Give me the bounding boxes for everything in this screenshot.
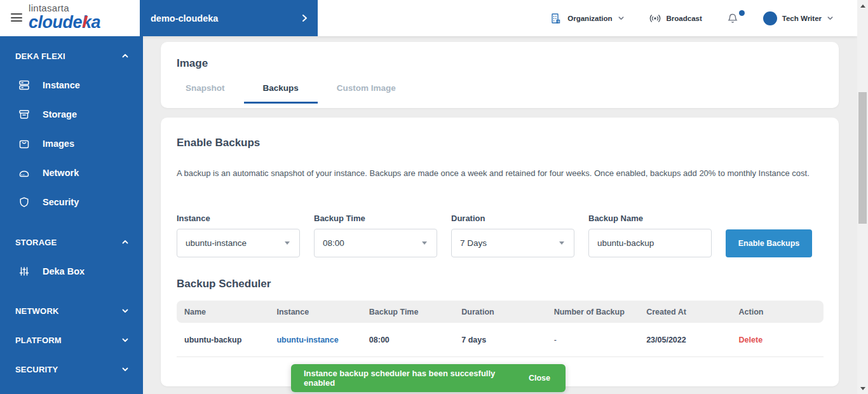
topbar-actions: Organization Broadcast xyxy=(550,0,834,36)
sidebar-item-deka-box[interactable]: Deka Box xyxy=(0,257,143,286)
duration-select[interactable]: 7 Days xyxy=(451,229,574,257)
caret-down-icon xyxy=(559,241,564,245)
chevron-down-icon xyxy=(121,307,129,315)
toast-message: Instance backup scheduler has been succe… xyxy=(304,369,529,388)
image-tabs: Snapshot Backups Custom Image xyxy=(166,83,823,104)
enable-backups-button[interactable]: Enable Backups xyxy=(726,229,812,257)
bell-icon xyxy=(726,12,739,25)
image-card: Image Snapshot Backups Custom Image xyxy=(161,42,839,108)
sidebar-section-storage[interactable]: STORAGE xyxy=(0,228,143,257)
sidebar-item-images[interactable]: Images xyxy=(0,129,143,158)
avatar xyxy=(763,11,777,25)
col-instance: Instance xyxy=(269,308,361,316)
backup-time-field: Backup Time 08:00 xyxy=(314,214,437,257)
backup-name-input[interactable] xyxy=(588,229,712,257)
toast-close-button[interactable]: Close xyxy=(529,374,550,383)
col-action: Action xyxy=(731,308,824,316)
enable-backups-title: Enable Backups xyxy=(177,137,823,149)
backup-scheduler-title: Backup Scheduler xyxy=(177,278,823,290)
shield-icon xyxy=(18,196,31,208)
chevron-down-icon xyxy=(618,15,625,22)
building-icon xyxy=(550,12,562,25)
sidebar-section-platform[interactable]: PLATFORM xyxy=(0,325,143,355)
cell-backup-time: 08:00 xyxy=(362,336,454,344)
archive-box-icon xyxy=(18,108,31,121)
instance-select[interactable]: ubuntu-instance xyxy=(177,229,300,257)
organization-label: Organization xyxy=(567,15,612,22)
col-name: Name xyxy=(177,308,269,316)
vertical-scrollbar[interactable] xyxy=(857,0,868,394)
notification-dot xyxy=(739,10,745,16)
main-content: Image Snapshot Backups Custom Image Enab… xyxy=(143,36,857,394)
backup-time-label: Backup Time xyxy=(314,214,437,223)
caret-down-icon xyxy=(422,241,427,245)
sidebar-item-network[interactable]: Network xyxy=(0,158,143,187)
page-title: Image xyxy=(177,57,823,70)
chevron-down-icon xyxy=(827,15,834,22)
duration-label: Duration xyxy=(451,214,574,223)
success-toast: Instance backup scheduler has been succe… xyxy=(291,364,566,392)
cell-duration: 7 days xyxy=(454,336,546,344)
cell-created-at: 23/05/2022 xyxy=(639,336,731,344)
cell-name: ubuntu-backup xyxy=(177,336,269,344)
backup-form: Instance ubuntu-instance Backup Time 08:… xyxy=(177,214,823,257)
brand-logo: lintasarta cloudeka xyxy=(29,3,100,31)
tab-custom-image[interactable]: Custom Image xyxy=(318,83,415,104)
broadcast-icon xyxy=(649,12,661,25)
brand-company: lintasarta xyxy=(29,3,100,13)
sidebar: DEKA FLEXI Instance Storage xyxy=(0,36,143,394)
brand-k-accent: k xyxy=(82,14,92,31)
user-name: Tech Writer xyxy=(782,15,822,22)
user-menu[interactable]: Tech Writer xyxy=(763,11,834,25)
scroll-down-arrow-icon[interactable] xyxy=(857,383,868,393)
tab-backups[interactable]: Backups xyxy=(244,83,318,104)
col-created-at: Created At xyxy=(639,308,731,316)
backup-scheduler-table: Name Instance Backup Time Duration Numbe… xyxy=(177,301,824,357)
notifications-button[interactable] xyxy=(726,12,739,25)
table-header-row: Name Instance Backup Time Duration Numbe… xyxy=(177,301,824,323)
broadcast-label: Broadcast xyxy=(667,15,702,22)
col-backup-time: Backup Time xyxy=(362,308,454,316)
backups-card: Enable Backups A backup is an automatic … xyxy=(161,118,839,386)
instance-label: Instance xyxy=(177,214,300,223)
scrollbar-thumb[interactable] xyxy=(858,92,867,224)
bag-icon xyxy=(18,137,31,150)
brand-product: cloudeka xyxy=(29,14,100,31)
col-duration: Duration xyxy=(454,308,546,316)
table-row: ubuntu-backup ubuntu-instance 08:00 7 da… xyxy=(177,323,824,357)
sliders-icon xyxy=(18,265,31,278)
router-icon xyxy=(18,166,31,179)
delete-button[interactable]: Delete xyxy=(731,336,824,344)
sidebar-item-instance[interactable]: Instance xyxy=(0,71,143,100)
backup-name-label: Backup Name xyxy=(588,214,712,223)
chevron-down-icon xyxy=(121,365,129,373)
caret-down-icon xyxy=(285,241,290,245)
organization-menu[interactable]: Organization xyxy=(550,12,624,25)
duration-field: Duration 7 Days xyxy=(451,214,574,257)
sidebar-item-storage[interactable]: Storage xyxy=(0,100,143,129)
top-bar: lintasarta cloudeka Organization xyxy=(0,0,857,36)
cell-number-of-backup: - xyxy=(546,336,639,344)
server-icon xyxy=(18,79,31,92)
project-name: demo-cloudeka xyxy=(151,13,218,24)
hamburger-menu-icon[interactable] xyxy=(11,13,22,24)
cell-instance-link[interactable]: ubuntu-instance xyxy=(269,336,361,344)
sidebar-section-deka-flexi[interactable]: DEKA FLEXI xyxy=(0,41,143,71)
sidebar-section-network[interactable]: NETWORK xyxy=(0,296,143,325)
chevron-right-icon xyxy=(300,13,309,23)
col-number-of-backup: Number of Backup xyxy=(546,308,639,316)
backup-time-select[interactable]: 08:00 xyxy=(314,229,437,257)
scroll-up-arrow-icon[interactable] xyxy=(857,1,868,11)
chevron-up-icon xyxy=(121,52,129,60)
chevron-up-icon xyxy=(121,238,129,246)
chevron-down-icon xyxy=(121,336,129,344)
project-switcher[interactable]: demo-cloudeka xyxy=(140,0,318,36)
sidebar-item-security[interactable]: Security xyxy=(0,187,143,217)
sidebar-section-security[interactable]: SECURITY xyxy=(0,355,143,384)
instance-field: Instance ubuntu-instance xyxy=(177,214,300,257)
backups-description: A backup is an automatic snapshot of you… xyxy=(177,168,823,178)
backup-name-field: Backup Name xyxy=(588,214,712,257)
tab-snapshot[interactable]: Snapshot xyxy=(166,83,244,104)
broadcast-menu[interactable]: Broadcast xyxy=(649,12,702,25)
